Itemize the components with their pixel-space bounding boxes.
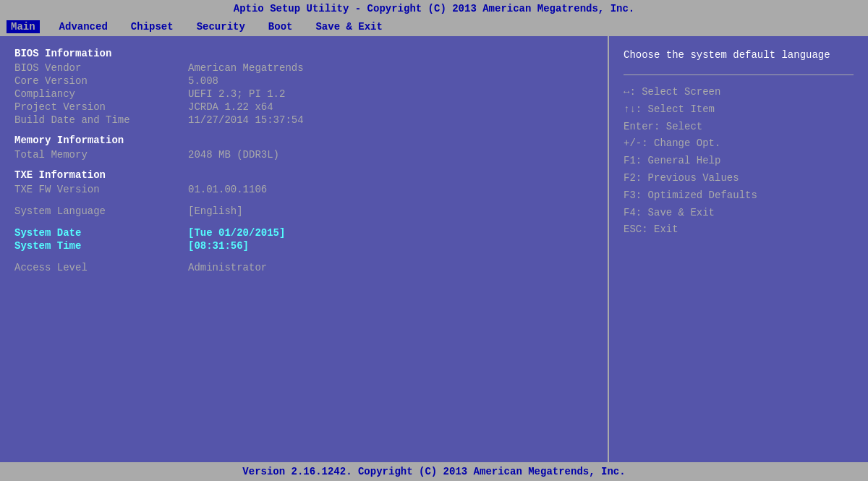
spacer-5 — [14, 253, 593, 262]
info-row: System Language[English] — [14, 205, 593, 217]
info-value: UEFI 2.3; PI 1.2 — [188, 88, 285, 100]
info-label: System Date — [14, 227, 188, 239]
right-shortcuts: ↔: Select Screen↑↓: Select ItemEnter: Se… — [624, 84, 854, 239]
help-text-content: Choose the system default language — [624, 49, 830, 61]
info-row: Total Memory2048 MB (DDR3L) — [14, 149, 593, 161]
title-text: Aptio Setup Utility - Copyright (C) 2013… — [234, 3, 635, 14]
info-row[interactable]: System Time[08:31:56] — [14, 240, 593, 252]
info-value: [08:31:56] — [188, 240, 249, 252]
spacer-3 — [14, 197, 593, 205]
shortcut-item: ↔: Select Screen — [624, 84, 854, 101]
shortcut-item: Enter: Select — [624, 119, 854, 136]
info-row[interactable]: System Date[Tue 01/20/2015] — [14, 227, 593, 239]
content-area: BIOS InformationBIOS VendorAmerican Mega… — [0, 36, 868, 462]
info-label: System Language — [14, 205, 188, 217]
shortcut-item: F1: General Help — [624, 153, 854, 170]
shortcut-item: ↑↓: Select Item — [624, 101, 854, 119]
menu-item-advanced[interactable]: Advanced — [55, 20, 112, 33]
info-row: Access LevelAdministrator — [14, 262, 593, 273]
info-row: BIOS VendorAmerican Megatrends — [14, 62, 593, 74]
menu-bar: MainAdvancedChipsetSecurityBootSave & Ex… — [0, 17, 868, 36]
info-row: Build Date and Time11/27/2014 15:37:54 — [14, 114, 593, 126]
menu-item-boot[interactable]: Boot — [264, 20, 297, 33]
shortcut-item: ESC: Exit — [624, 221, 854, 239]
info-row: CompliancyUEFI 2.3; PI 1.2 — [14, 88, 593, 100]
info-value: [Tue 01/20/2015] — [188, 227, 285, 239]
shortcut-item: F2: Previous Values — [624, 170, 854, 187]
right-panel: Choose the system default language ↔: Se… — [608, 36, 868, 462]
spacer-4 — [14, 218, 593, 227]
info-row: TXE FW Version01.01.00.1106 — [14, 184, 593, 195]
bottom-bar: Version 2.16.1242. Copyright (C) 2013 Am… — [0, 462, 868, 481]
menu-item-security[interactable]: Security — [192, 20, 250, 33]
info-label: Project Version — [14, 101, 188, 113]
section-header-2: TXE Information — [14, 169, 593, 181]
info-row: Project VersionJCRDA 1.22 x64 — [14, 101, 593, 113]
info-value: Administrator — [188, 262, 267, 273]
section-header-0: BIOS Information — [14, 48, 593, 59]
menu-item-chipset[interactable]: Chipset — [127, 20, 178, 33]
bottom-text: Version 2.16.1242. Copyright (C) 2013 Am… — [242, 466, 625, 477]
info-value: American Megatrends — [188, 62, 304, 74]
menu-item-main[interactable]: Main — [6, 20, 41, 34]
info-label: Access Level — [14, 262, 188, 273]
right-help-text: Choose the system default language — [624, 48, 854, 63]
info-label: BIOS Vendor — [14, 62, 188, 74]
title-bar: Aptio Setup Utility - Copyright (C) 2013… — [0, 0, 868, 17]
info-label: Build Date and Time — [14, 114, 188, 126]
info-value: 2048 MB (DDR3L) — [188, 149, 279, 161]
info-label: Compliancy — [14, 88, 188, 100]
info-label: TXE FW Version — [14, 184, 188, 195]
shortcut-item: +/-: Change Opt. — [624, 135, 854, 153]
shortcut-item: F4: Save & Exit — [624, 205, 854, 222]
info-value: [English] — [188, 205, 243, 217]
left-panel: BIOS InformationBIOS VendorAmerican Mega… — [0, 36, 608, 462]
shortcut-item: F3: Optimized Defaults — [624, 187, 854, 205]
right-divider — [624, 75, 854, 75]
section-header-1: Memory Information — [14, 135, 593, 146]
info-label: System Time — [14, 240, 188, 252]
info-label: Total Memory — [14, 149, 188, 161]
info-value: 11/27/2014 15:37:54 — [188, 114, 304, 126]
info-row: Core Version5.008 — [14, 75, 593, 87]
menu-item-save-and-exit[interactable]: Save & Exit — [311, 20, 386, 33]
info-value: 5.008 — [188, 75, 218, 87]
info-value: JCRDA 1.22 x64 — [188, 101, 273, 113]
info-value: 01.01.00.1106 — [188, 184, 267, 195]
info-label: Core Version — [14, 75, 188, 87]
